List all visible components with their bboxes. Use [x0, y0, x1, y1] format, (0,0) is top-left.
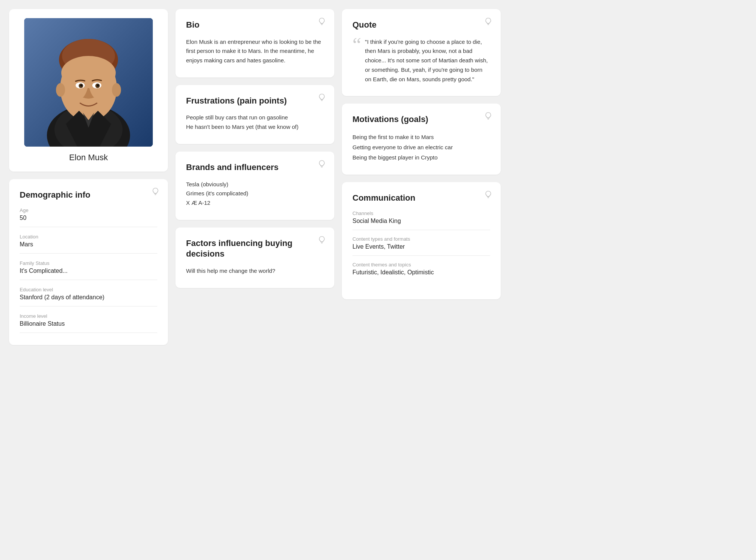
- profile-svg: [24, 18, 153, 147]
- quote-card-main: Quote “ "I think if you're going to choo…: [342, 9, 501, 96]
- motivations-text: Being the first to make it to Mars Getti…: [352, 132, 490, 162]
- bio-title-main: Bio: [186, 20, 324, 31]
- brands-card: Brands and influencers Tesla (obviously)…: [175, 152, 334, 220]
- bulb-icon-motivations: [484, 112, 492, 120]
- communication-card: Communication Channels Social Media King…: [342, 182, 501, 299]
- demo-value-main-3: Stanford (2 days of attendance): [20, 294, 157, 306]
- demographic-title-main: Demographic info: [20, 190, 157, 201]
- demo-field-main-3: Education levelStanford (2 days of atten…: [20, 287, 157, 306]
- layout: Elon Musk Demographic info Age50Location…: [9, 9, 508, 345]
- svg-point-16: [112, 83, 121, 97]
- frustrations-title: Frustrations (pain points): [186, 96, 324, 107]
- demo-field-main-4: Income levelBillionaire Status: [20, 313, 157, 333]
- col-1: Elon Musk Demographic info Age50Location…: [9, 9, 168, 345]
- bulb-icon-demo-main: [151, 187, 160, 196]
- profile-name-main: Elon Musk: [69, 153, 108, 162]
- demo-label-main-3: Education level: [20, 287, 157, 292]
- demo-value-main-4: Billionaire Status: [20, 320, 157, 333]
- demo-label-main-2: Family Status: [20, 260, 157, 266]
- channels-label: Channels: [352, 210, 490, 216]
- content-types-section: Content types and formats Live Events, T…: [352, 236, 490, 256]
- quote-open-mark: “: [352, 37, 361, 52]
- communication-title: Communication: [352, 193, 490, 204]
- content-types-label: Content types and formats: [352, 236, 490, 242]
- brands-text: Tesla (obviously) Grimes (it's complicat…: [186, 180, 324, 208]
- channels-section: Channels Social Media King: [352, 210, 490, 230]
- quote-body-main: “ "I think if you're going to choose a p…: [352, 37, 490, 84]
- bio-text-main: Elon Musk is an entrepreneur who is look…: [186, 37, 324, 65]
- bulb-icon-bio: [318, 17, 326, 26]
- demo-value-main-2: It's Complicated...: [20, 268, 157, 280]
- bulb-icon-factors: [318, 236, 326, 244]
- col-2: Bio Elon Musk is an entrepreneur who is …: [175, 9, 334, 345]
- profile-photo-main: [24, 18, 153, 147]
- bulb-icon-quote-main: [484, 17, 492, 26]
- frustrations-card: Frustrations (pain points) People still …: [175, 85, 334, 144]
- content-themes-label: Content themes and topics: [352, 262, 490, 268]
- bulb-icon-communication: [484, 190, 492, 199]
- motivations-card: Motivations (goals) Being the first to m…: [342, 104, 501, 175]
- content-types-value: Live Events, Twitter: [352, 243, 490, 256]
- brands-title: Brands and influencers: [186, 162, 324, 173]
- demographic-fields-main: Age50LocationMarsFamily StatusIt's Compl…: [20, 207, 157, 333]
- channels-value: Social Media King: [352, 218, 490, 230]
- factors-title: Factors influencing buying decisions: [186, 238, 324, 260]
- demographic-card-main: Demographic info Age50LocationMarsFamily…: [9, 179, 168, 345]
- page-wrap: Elon Musk Demographic info Age50Location…: [0, 0, 756, 560]
- demo-value-main-1: Mars: [20, 241, 157, 254]
- demo-value-main-0: 50: [20, 215, 157, 227]
- content-themes-value: Futuristic, Idealistic, Optimistic: [352, 269, 490, 281]
- profile-card-main: Elon Musk: [9, 9, 168, 172]
- demo-label-main-0: Age: [20, 207, 157, 213]
- bulb-icon-frustrations: [318, 93, 326, 102]
- content-themes-section: Content themes and topics Futuristic, Id…: [352, 262, 490, 281]
- frustrations-text: People still buy cars that run on gasoli…: [186, 113, 324, 132]
- factors-text: Will this help me change the world?: [186, 266, 324, 276]
- bio-card-main: Bio Elon Musk is an entrepreneur who is …: [175, 9, 334, 77]
- svg-point-13: [80, 84, 82, 87]
- motivations-title: Motivations (goals): [352, 114, 490, 125]
- quote-text-main: "I think if you're going to choose a pla…: [365, 37, 490, 84]
- demo-label-main-1: Location: [20, 234, 157, 240]
- svg-point-15: [56, 83, 65, 97]
- bulb-icon-brands: [318, 160, 326, 168]
- factors-card: Factors influencing buying decisions Wil…: [175, 227, 334, 288]
- demo-field-main-0: Age50: [20, 207, 157, 227]
- demo-label-main-4: Income level: [20, 313, 157, 319]
- col-3: Quote “ "I think if you're going to choo…: [342, 9, 501, 345]
- svg-point-8: [61, 56, 116, 90]
- demo-field-main-2: Family StatusIt's Complicated...: [20, 260, 157, 280]
- demo-field-main-1: LocationMars: [20, 234, 157, 254]
- svg-point-14: [97, 84, 99, 87]
- quote-title-main: Quote: [352, 20, 490, 31]
